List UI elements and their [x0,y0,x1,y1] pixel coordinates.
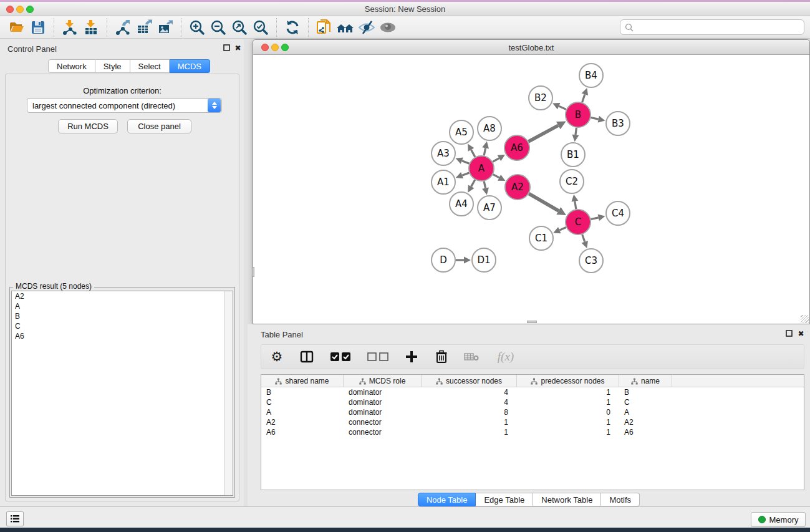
tab-edge-table[interactable]: Edge Table [476,493,533,506]
mcds-result-item[interactable]: A2 [12,291,233,301]
tab-select[interactable]: Select [130,59,170,73]
show-columns-icon[interactable] [299,349,315,365]
memory-button[interactable]: Memory [751,512,806,527]
table-cell[interactable]: 4 [422,387,517,397]
table-cell[interactable]: A2 [261,417,344,427]
graph-edge-B-B1[interactable] [576,128,576,135]
mcds-result-item[interactable]: C [12,321,233,331]
deselect-all-columns-icon[interactable] [366,349,390,365]
table-cell[interactable]: 1 [517,427,619,437]
mcds-result-list[interactable]: A2ABCA6 [11,291,233,496]
graph-edge-B-B4[interactable] [582,94,585,102]
float-panel-icon[interactable] [223,44,231,52]
table-cell[interactable]: 4 [422,397,517,407]
table-cell[interactable]: 1 [517,417,619,427]
graph-edge-C-C4[interactable] [591,218,599,220]
tab-network-table[interactable]: Network Table [533,493,601,506]
mcds-result-item[interactable]: B [12,311,233,321]
tab-node-table[interactable]: Node Table [418,493,476,506]
show-graphics-details-icon[interactable] [377,18,398,37]
table-row[interactable]: Bdominator41B [261,387,804,397]
graph-edge-B-B3[interactable] [591,117,599,119]
run-mcds-button[interactable]: Run MCDS [58,119,118,133]
first-neighbors-icon[interactable] [335,18,356,37]
table-cell[interactable]: 8 [422,407,517,417]
graph-edge-A-A1[interactable] [462,173,469,175]
column-header-successor-nodes[interactable]: successor nodes [422,375,517,387]
graph-edge-A-A2[interactable] [493,175,499,178]
zoom-selected-icon[interactable] [250,18,271,37]
table-cell[interactable]: A2 [619,417,672,427]
mcds-result-item[interactable]: A [12,301,233,311]
column-header-name[interactable]: name [619,375,672,387]
tab-mcds[interactable]: MCDS [170,59,210,73]
table-cell[interactable]: 0 [517,407,619,417]
table-cell[interactable]: dominator [344,407,422,417]
table-row[interactable]: A6connector11A6 [261,427,804,437]
horizontal-splitter-handle[interactable] [527,321,537,323]
import-table-icon[interactable] [80,18,102,37]
import-network-icon[interactable] [59,18,80,37]
table-cell[interactable]: C [261,397,344,407]
vertical-splitter-handle[interactable] [252,267,254,277]
close-panel-button[interactable]: Close panel [127,119,191,133]
resize-grip-icon[interactable] [801,315,809,323]
network-graph[interactable]: AA1A2A3A4A5A6A7A8BB1B2B3B4CC1C2C3C4DD1 [253,55,809,324]
close-panel-icon[interactable]: ✖ [234,44,242,52]
node-table[interactable]: shared nameMCDS rolesuccessor nodesprede… [261,374,804,490]
tab-network[interactable]: Network [48,59,95,73]
delete-columns-trash-icon[interactable] [433,349,450,365]
table-cell[interactable]: A [619,407,672,417]
search-input[interactable] [637,23,804,32]
column-header-predecessor-nodes[interactable]: predecessor nodes [517,375,619,387]
select-all-columns-icon[interactable] [329,349,352,365]
criterion-dropdown[interactable]: largest connected component (directed) [27,98,222,113]
graph-edge-C-C1[interactable] [559,227,566,230]
table-row[interactable]: A2connector11A2 [261,417,804,427]
table-cell[interactable]: 1 [517,397,619,407]
table-cell[interactable]: B [619,387,672,397]
tab-style[interactable]: Style [95,59,130,73]
table-cell[interactable]: 1 [422,417,517,427]
search-box[interactable] [620,19,804,35]
scrollbar-track[interactable] [224,291,233,495]
save-session-icon[interactable] [27,18,49,37]
table-cell[interactable]: A6 [619,427,672,437]
table-cell[interactable]: dominator [344,397,422,407]
export-image-icon[interactable] [155,18,176,37]
create-new-column-icon[interactable] [403,349,420,365]
column-header-MCDS-role[interactable]: MCDS role [344,375,422,387]
graph-edge-A-A8[interactable] [484,148,485,155]
open-session-icon[interactable] [6,18,27,37]
table-cell[interactable]: connector [344,427,422,437]
graph-edge-B-B2[interactable] [559,106,566,109]
table-cell[interactable]: A6 [261,427,344,437]
table-cell[interactable]: A [261,407,344,417]
table-options-gear-icon[interactable]: ⚙ [269,349,285,365]
graph-edge-A2-C[interactable] [529,193,559,211]
column-header-shared-name[interactable]: shared name [261,375,344,387]
show-panels-list-button[interactable] [6,511,24,526]
graph-edge-A-A3[interactable] [462,161,470,164]
table-row[interactable]: Adominator80A [261,407,804,417]
graph-edge-A-A6[interactable] [493,158,499,162]
table-cell[interactable]: C [619,397,672,407]
graph-edge-C-C3[interactable] [582,235,585,242]
zoom-in-icon[interactable] [186,18,208,37]
mcds-result-item[interactable]: A6 [12,331,233,341]
network-canvas[interactable]: AA1A2A3A4A5A6A7A8BB1B2B3B4CC1C2C3C4DD1 [253,55,809,324]
export-network-icon[interactable] [112,18,133,37]
float-table-panel-icon[interactable] [785,329,793,337]
refresh-layout-icon[interactable] [282,18,303,37]
table-row[interactable]: Cdominator41C [261,397,804,407]
graph-edge-A-A4[interactable] [471,180,475,186]
zoom-out-icon[interactable] [208,18,229,37]
table-cell[interactable]: 1 [517,387,619,397]
export-table-icon[interactable] [133,18,155,37]
graph-edge-C-C2[interactable] [575,201,576,210]
table-cell[interactable]: dominator [344,387,422,397]
new-network-from-selection-icon[interactable] [314,18,335,37]
close-table-panel-icon[interactable]: ✖ [797,329,805,337]
table-cell[interactable]: 1 [422,427,517,437]
graph-edge-A6-B[interactable] [528,125,558,142]
